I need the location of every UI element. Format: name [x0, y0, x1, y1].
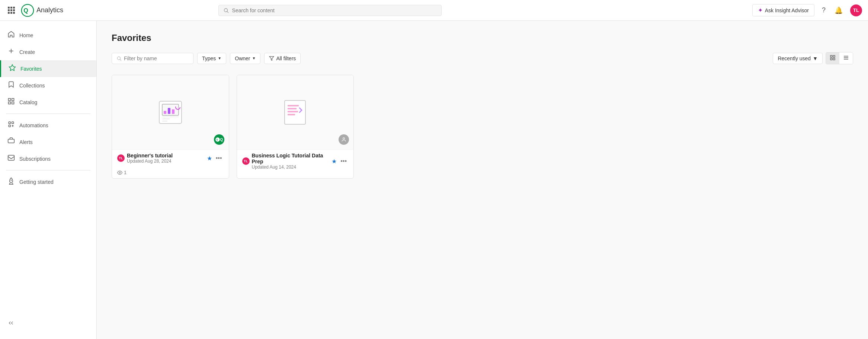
global-search[interactable] [218, 5, 442, 16]
search-input[interactable] [232, 7, 437, 13]
name-filter[interactable] [112, 53, 193, 64]
automations-icon [7, 121, 15, 130]
svg-rect-9 [9, 102, 11, 104]
all-filters-label: All filters [276, 55, 296, 61]
card-app-indicator-1: Q Q [214, 134, 224, 145]
card-info-2: Business Logic Tutorial Data Prep Update… [252, 153, 330, 170]
svg-text:Q: Q [23, 7, 28, 14]
svg-rect-28 [164, 111, 166, 114]
svg-rect-8 [12, 99, 14, 101]
svg-point-37 [119, 172, 121, 173]
sidebar-item-getting-started[interactable]: Getting started [0, 173, 96, 190]
qlik-indicator-icon: Q [215, 137, 220, 142]
collapse-sidebar-button[interactable] [0, 316, 96, 330]
card-thumbnail-icon-2 [280, 97, 310, 127]
sidebar-item-subscriptions-label: Subscriptions [19, 156, 51, 162]
sidebar-item-catalog-label: Catalog [19, 99, 37, 105]
svg-line-3 [227, 11, 229, 13]
sidebar-item-favorites-label: Favorites [20, 66, 42, 72]
app-switcher-button[interactable] [6, 5, 16, 16]
filter-right: Recently used ▼ [773, 52, 853, 64]
sidebar-item-alerts[interactable]: Alerts [0, 134, 96, 150]
card-business-logic[interactable]: TL Business Logic Tutorial Data Prep Upd… [237, 75, 354, 179]
svg-rect-19 [830, 55, 832, 57]
sidebar-item-create[interactable]: Create [0, 44, 96, 60]
card-meta-2: Updated Aug 14, 2024 [252, 164, 330, 170]
insight-label: Ask Insight Advisor [765, 7, 809, 13]
help-button[interactable]: ? [820, 5, 827, 16]
sidebar-item-favorites[interactable]: Favorites [0, 60, 96, 77]
svg-rect-40 [288, 108, 297, 109]
views-icon [117, 170, 122, 175]
sidebar: Home Create Favorites Collections [0, 21, 97, 339]
cards-grid: Q Q TL Beginner's tutorial Updated Aug 2… [112, 75, 853, 179]
svg-line-18 [120, 59, 121, 60]
alerts-icon [7, 137, 15, 147]
svg-rect-13 [9, 125, 10, 127]
svg-rect-7 [9, 99, 11, 101]
card-beginners-tutorial[interactable]: Q Q TL Beginner's tutorial Updated Aug 2… [112, 75, 229, 179]
card-more-button-1[interactable]: ••• [214, 154, 224, 162]
card-updated-2: Updated Aug 14, 2024 [252, 164, 296, 170]
notifications-button[interactable]: 🔔 [833, 5, 844, 16]
card-preview-1: Q Q [112, 75, 229, 150]
sort-label: Recently used [778, 55, 811, 61]
svg-rect-22 [833, 58, 835, 60]
home-icon [7, 31, 15, 40]
card-owner-avatar-2: TL [242, 157, 250, 165]
svg-rect-29 [168, 108, 170, 114]
svg-point-43 [343, 138, 345, 140]
nav-left: Q Analytics [6, 4, 63, 17]
app-layout: Home Create Favorites Collections [0, 21, 868, 339]
card-footer-2: TL Business Logic Tutorial Data Prep Upd… [237, 150, 354, 174]
nav-right: ✦ Ask Insight Advisor ? 🔔 TL [752, 4, 862, 16]
sidebar-item-collections[interactable]: Collections [0, 77, 96, 94]
sort-button[interactable]: Recently used ▼ [773, 53, 823, 64]
card-info-1: Beginner's tutorial Updated Aug 28, 2024 [127, 153, 205, 164]
svg-rect-21 [830, 58, 832, 60]
svg-point-2 [224, 8, 228, 12]
svg-rect-42 [288, 114, 295, 115]
svg-rect-11 [9, 122, 10, 124]
card-meta-1: Updated Aug 28, 2024 [127, 159, 205, 164]
sidebar-item-home[interactable]: Home [0, 27, 96, 44]
search-icon [223, 7, 229, 13]
card-favorite-button-1[interactable]: ★ [207, 155, 212, 162]
sort-chevron-icon: ▼ [813, 55, 818, 61]
sidebar-item-create-label: Create [19, 49, 35, 55]
qlik-logo-icon: Q [21, 4, 34, 17]
sidebar-item-subscriptions[interactable]: Subscriptions [0, 150, 96, 167]
main-content: Favorites Types ▼ Owner ▼ All fil [97, 21, 868, 339]
sidebar-item-collections-label: Collections [19, 83, 45, 89]
card-title-1: Beginner's tutorial [127, 153, 205, 159]
rocket-icon [7, 177, 15, 186]
sidebar-divider [6, 113, 90, 114]
sidebar-item-automations[interactable]: Automations [0, 117, 96, 134]
svg-rect-12 [12, 122, 14, 124]
list-view-button[interactable] [839, 52, 853, 64]
subscriptions-icon [7, 154, 15, 163]
filter-by-name-input[interactable] [124, 55, 189, 61]
page-title: Favorites [112, 33, 853, 43]
sidebar-item-automations-label: Automations [19, 122, 48, 128]
sidebar-item-catalog[interactable]: Catalog [0, 94, 96, 111]
grid-view-button[interactable] [826, 52, 839, 64]
sidebar-item-home-label: Home [19, 32, 33, 38]
owner-filter-button[interactable]: Owner ▼ [230, 53, 260, 64]
user-avatar[interactable]: TL [850, 4, 862, 16]
all-filters-button[interactable]: All filters [264, 53, 301, 64]
ask-insight-advisor-button[interactable]: ✦ Ask Insight Advisor [752, 4, 814, 16]
types-filter-button[interactable]: Types ▼ [197, 53, 226, 64]
card-more-button-2[interactable]: ••• [339, 157, 348, 165]
svg-marker-6 [9, 65, 16, 71]
user-indicator-icon [341, 137, 346, 142]
card-preview-2 [237, 75, 354, 150]
sidebar-bottom [0, 313, 96, 333]
sidebar-divider-2 [6, 170, 90, 170]
svg-rect-34 [162, 121, 167, 122]
card-thumbnail-icon-1 [156, 97, 185, 127]
card-views-row-1: 1 [112, 168, 229, 178]
grid-view-icon [830, 55, 836, 61]
filter-icon [269, 56, 274, 61]
card-favorite-button-2[interactable]: ★ [331, 158, 337, 165]
